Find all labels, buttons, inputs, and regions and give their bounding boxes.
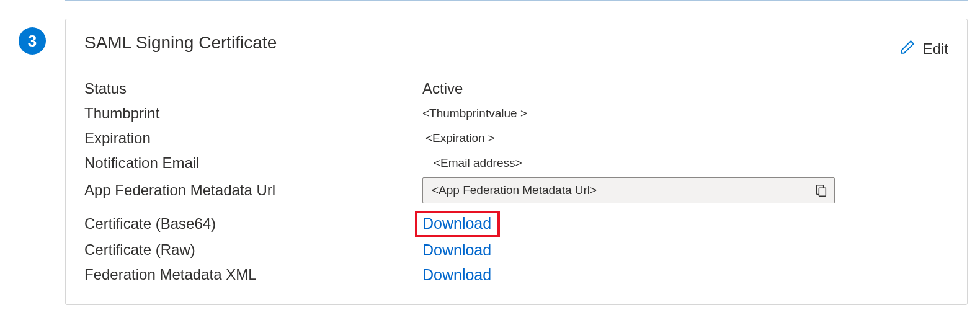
card-title: SAML Signing Certificate — [84, 33, 277, 53]
notification-email-label: Notification Email — [84, 154, 422, 172]
metadata-url-label: App Federation Metadata Url — [84, 182, 422, 199]
thumbprint-value: <Thumbprintvalue > — [422, 107, 527, 120]
status-value: Active — [422, 80, 463, 97]
expiration-value: <Expiration > — [425, 131, 495, 145]
pencil-icon — [899, 39, 915, 59]
thumbprint-label: Thumbprint — [84, 105, 422, 122]
saml-signing-certificate-card: SAML Signing Certificate Edit Status Act… — [65, 19, 968, 305]
download-fed-metadata-xml-link[interactable]: Download — [422, 266, 491, 284]
download-cert-raw-link[interactable]: Download — [422, 241, 491, 259]
expiration-label: Expiration — [84, 130, 422, 147]
metadata-url-field[interactable]: <App Federation Metadata Url> — [422, 177, 835, 203]
svg-rect-0 — [819, 188, 826, 196]
copy-icon[interactable] — [814, 184, 828, 197]
edit-label: Edit — [923, 40, 948, 58]
step-number-badge: 3 — [19, 27, 46, 55]
notification-email-value: <Email address> — [434, 156, 522, 170]
cert-raw-label: Certificate (Raw) — [84, 241, 422, 259]
metadata-url-value: <App Federation Metadata Url> — [432, 184, 814, 197]
status-label: Status — [84, 80, 422, 97]
edit-button[interactable]: Edit — [899, 39, 948, 59]
cert-base64-label: Certificate (Base64) — [84, 215, 422, 232]
fed-metadata-xml-label: Federation Metadata XML — [84, 266, 422, 283]
card-top-divider — [65, 0, 968, 1]
download-cert-base64-link[interactable]: Download — [415, 211, 500, 237]
